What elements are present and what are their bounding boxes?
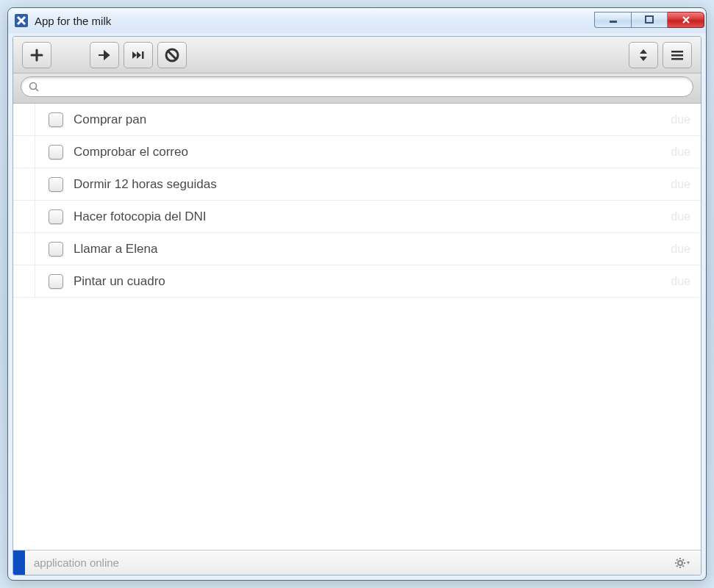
gear-icon bbox=[674, 557, 690, 569]
task-row[interactable]: Comprar pan due bbox=[13, 104, 701, 136]
plus-icon bbox=[30, 49, 43, 62]
task-list: Comprar pan due Comprobar el correo due … bbox=[13, 104, 701, 550]
search-input[interactable] bbox=[43, 81, 685, 93]
task-text: Hacer fotocopia del DNI bbox=[74, 209, 671, 224]
toolbar bbox=[13, 37, 701, 74]
task-due-label: due bbox=[671, 275, 690, 288]
sort-button[interactable] bbox=[629, 42, 658, 68]
content-area: Comprar pan due Comprobar el correo due … bbox=[13, 36, 701, 576]
statusbar: application online bbox=[13, 550, 701, 575]
svg-line-17 bbox=[683, 565, 685, 567]
skip-button[interactable] bbox=[124, 42, 153, 68]
task-row[interactable]: Comprobar el correo due bbox=[13, 136, 701, 168]
task-handle[interactable] bbox=[13, 201, 35, 232]
svg-line-18 bbox=[683, 559, 685, 561]
task-checkbox[interactable] bbox=[49, 177, 63, 192]
minimize-button[interactable] bbox=[594, 12, 631, 28]
task-row[interactable]: Dormir 12 horas seguidas due bbox=[13, 168, 701, 201]
task-handle[interactable] bbox=[13, 168, 35, 200]
window-controls bbox=[594, 13, 704, 28]
svg-rect-6 bbox=[671, 51, 683, 53]
task-due-label: due bbox=[671, 146, 690, 159]
window-title: App for the milk bbox=[35, 15, 594, 27]
maximize-button[interactable] bbox=[631, 12, 668, 28]
task-row[interactable]: Hacer fotocopia del DNI due bbox=[13, 201, 701, 233]
task-checkbox[interactable] bbox=[49, 145, 63, 159]
task-text: Comprar pan bbox=[74, 112, 671, 127]
no-entry-icon bbox=[165, 48, 179, 62]
task-row[interactable]: Llamar a Elena due bbox=[13, 233, 701, 265]
task-row[interactable]: Pintar un cuadro due bbox=[13, 265, 701, 298]
close-icon bbox=[681, 15, 691, 24]
task-text: Pintar un cuadro bbox=[74, 274, 671, 289]
postpone-button[interactable] bbox=[90, 42, 119, 68]
searchbar[interactable] bbox=[21, 76, 693, 97]
task-checkbox[interactable] bbox=[49, 209, 63, 224]
task-checkbox[interactable] bbox=[49, 274, 63, 289]
task-due-label: due bbox=[671, 178, 690, 191]
svg-rect-8 bbox=[671, 58, 683, 60]
svg-point-9 bbox=[30, 83, 37, 90]
task-text: Comprobar el correo bbox=[74, 145, 671, 159]
task-checkbox[interactable] bbox=[49, 242, 63, 257]
task-checkbox[interactable] bbox=[49, 112, 63, 127]
svg-line-16 bbox=[676, 559, 678, 561]
task-handle[interactable] bbox=[13, 104, 35, 135]
task-text: Dormir 12 horas seguidas bbox=[74, 177, 671, 192]
svg-line-5 bbox=[168, 51, 176, 59]
svg-rect-7 bbox=[671, 54, 683, 57]
titlebar[interactable]: App for the milk bbox=[8, 8, 706, 33]
svg-line-10 bbox=[36, 89, 39, 92]
status-indicator bbox=[13, 551, 25, 575]
svg-point-11 bbox=[678, 561, 682, 565]
menu-button[interactable] bbox=[663, 42, 692, 68]
status-text: application online bbox=[34, 556, 665, 569]
add-task-button[interactable] bbox=[22, 42, 51, 68]
cancel-button[interactable] bbox=[157, 42, 187, 68]
minimize-icon bbox=[608, 16, 618, 24]
task-due-label: due bbox=[671, 210, 690, 223]
maximize-icon bbox=[644, 15, 654, 24]
svg-rect-1 bbox=[610, 21, 617, 23]
app-window: App for the milk bbox=[7, 7, 707, 581]
searchbar-row bbox=[13, 74, 701, 104]
task-text: Llamar a Elena bbox=[74, 242, 671, 257]
settings-button[interactable] bbox=[674, 557, 690, 569]
task-handle[interactable] bbox=[13, 265, 35, 297]
task-due-label: due bbox=[671, 243, 690, 256]
close-button[interactable] bbox=[668, 12, 704, 28]
svg-rect-2 bbox=[646, 16, 653, 23]
search-icon bbox=[29, 82, 39, 92]
skip-forward-icon bbox=[131, 49, 146, 61]
svg-line-19 bbox=[676, 565, 678, 567]
task-handle[interactable] bbox=[13, 233, 35, 265]
task-due-label: due bbox=[671, 113, 690, 126]
svg-rect-3 bbox=[142, 51, 144, 59]
app-icon bbox=[14, 13, 29, 28]
task-handle[interactable] bbox=[13, 136, 35, 168]
hamburger-icon bbox=[671, 50, 684, 60]
sort-icon bbox=[638, 49, 649, 62]
arrow-right-icon bbox=[97, 49, 112, 61]
